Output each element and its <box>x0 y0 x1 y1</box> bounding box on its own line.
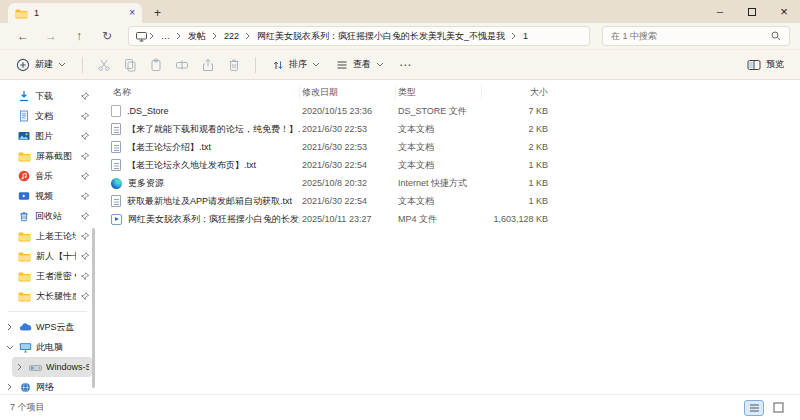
delete-button[interactable] <box>223 58 245 72</box>
restore-icon <box>748 8 756 16</box>
sidebar-item-recycle-bin[interactable]: 回收站 <box>5 206 92 226</box>
chevron-right-icon[interactable] <box>5 383 15 391</box>
cut-button[interactable] <box>93 58 115 72</box>
status-bar: 7 个项目 <box>0 394 800 420</box>
file-row[interactable]: 【来了就能下载和观看的论坛，纯免费！】.txt 2021/6/30 22:53 … <box>95 120 800 138</box>
tab-close-icon[interactable]: × <box>129 8 135 18</box>
music-icon <box>18 170 30 182</box>
file-date: 2021/6/30 22:54 <box>300 196 396 206</box>
large-icons-view-button[interactable] <box>768 400 788 416</box>
sidebar-item-downloads[interactable]: 下载 <box>5 86 92 106</box>
file-size: 1,603,128 KB <box>482 214 554 224</box>
minimize-button[interactable]: ─ <box>704 0 736 23</box>
breadcrumb-item-current[interactable]: 1 <box>518 31 533 41</box>
file-row[interactable]: 【老王论坛永久地址发布页】.txt 2021/6/30 22:54 文本文档 1… <box>95 156 800 174</box>
column-header-name[interactable]: 名称 <box>95 85 300 99</box>
breadcrumb[interactable]: … 发帖 222 网红美女脱衣系列：疯狂摇摆小白兔的长发美乳美女_不愧是我 1 <box>128 26 590 46</box>
search-placeholder: 在 1 中搜索 <box>611 30 771 43</box>
new-tab-button[interactable]: + <box>154 6 161 20</box>
sidebar-scrollbar[interactable] <box>92 228 95 388</box>
sort-button[interactable]: 排序 <box>266 54 326 75</box>
chevron-right-icon <box>212 31 218 42</box>
toolbar-divider <box>255 57 256 73</box>
folder-icon <box>18 151 31 162</box>
copy-button[interactable] <box>119 58 141 72</box>
back-button[interactable]: ← <box>10 30 36 42</box>
folder-icon <box>18 251 31 262</box>
file-explorer-window: 1 × + ─ × ← → ↑ ↻ … 发帖 222 网红美女脱衣系列：疯狂摇摆… <box>0 0 800 420</box>
file-row[interactable]: .DS_Store 2020/10/15 23:36 DS_STORE 文件 7… <box>95 102 800 120</box>
text-file-icon <box>111 123 121 135</box>
sidebar-item-pictures[interactable]: 图片 <box>5 126 92 146</box>
sidebar-item-label: 音乐 <box>35 170 76 183</box>
sidebar-item-label: 图片 <box>35 130 76 143</box>
breadcrumb-item[interactable]: 发帖 <box>183 30 211 43</box>
column-header-size[interactable]: 大小 <box>482 85 554 99</box>
sidebar-item-this-pc[interactable]: 此电脑 <box>2 337 92 357</box>
file-name: .DS_Store <box>127 106 169 116</box>
pin-icon <box>81 131 89 142</box>
sidebar-item-documents[interactable]: 文档 <box>5 106 92 126</box>
pin-icon <box>81 151 89 162</box>
chevron-right-icon[interactable] <box>5 323 15 331</box>
chevron-right-icon[interactable] <box>15 363 25 371</box>
file-size: 2 KB <box>482 142 554 152</box>
refresh-button[interactable]: ↻ <box>94 30 120 42</box>
search-box[interactable]: 在 1 中搜索 <box>602 26 790 46</box>
navigation-bar: ← → ↑ ↻ … 发帖 222 网红美女脱衣系列：疯狂摇摆小白兔的长发美乳美女… <box>0 23 800 49</box>
sidebar-item-windows-ssd[interactable]: Windows-SSD <box>12 357 92 377</box>
folder-icon <box>18 291 31 302</box>
document-icon <box>18 110 30 122</box>
sidebar-item-label: 此电脑 <box>36 341 63 354</box>
view-button[interactable]: 查看 <box>330 54 390 75</box>
more-button[interactable]: ⋯ <box>394 58 416 72</box>
breadcrumb-item[interactable]: 222 <box>219 31 244 41</box>
breadcrumb-ellipsis[interactable]: … <box>156 31 175 41</box>
file-row[interactable]: 【老王论坛介绍】.txt 2021/6/30 22:53 文本文档 2 KB <box>95 138 800 156</box>
restore-button[interactable] <box>736 0 768 23</box>
toolbar-divider <box>82 57 83 73</box>
sidebar-item-label: 大长腿性感辣 <box>36 290 76 303</box>
chevron-right-icon <box>245 31 251 42</box>
chevron-right-icon <box>149 31 155 42</box>
file-row[interactable]: 更多资源 2025/10/8 20:32 Internet 快捷方式 1 KB <box>95 174 800 192</box>
breadcrumb-item[interactable]: 网红美女脱衣系列：疯狂摇摆小白兔的长发美乳美女_不愧是我 <box>252 30 510 43</box>
drive-icon <box>29 363 42 372</box>
column-header-date[interactable]: 修改日期 <box>300 85 396 99</box>
sidebar-item-videos[interactable]: 视频 <box>5 186 92 206</box>
folder-icon <box>18 231 31 242</box>
file-row[interactable]: 网红美女脱衣系列：疯狂摇摆小白兔的长发美乳... 2025/10/11 23:2… <box>95 210 800 228</box>
pin-icon <box>81 191 89 202</box>
up-button[interactable]: ↑ <box>66 30 92 42</box>
sidebar-item-network[interactable]: 网络 <box>2 377 92 394</box>
preview-button[interactable]: 预览 <box>741 54 790 75</box>
chevron-down-icon[interactable] <box>5 344 15 351</box>
details-view-button[interactable] <box>744 400 764 416</box>
sidebar-item-folder-dachangtui[interactable]: 大长腿性感辣 <box>5 286 92 306</box>
paste-button[interactable] <box>145 58 167 72</box>
sidebar-divider <box>8 311 87 312</box>
sidebar-item-folder-wangzhe[interactable]: 王者泄密 ♥2 <box>5 266 92 286</box>
sidebar-item-label: 网络 <box>36 381 54 394</box>
rename-button[interactable] <box>171 58 193 72</box>
chevron-down-icon <box>312 61 320 68</box>
chevron-right-icon <box>176 31 182 42</box>
text-file-icon <box>111 159 121 171</box>
sidebar-item-wps-cloud[interactable]: WPS云盘 <box>2 317 92 337</box>
new-button[interactable]: 新建 <box>10 54 72 76</box>
cloud-icon <box>19 322 32 332</box>
share-button[interactable] <box>197 58 219 72</box>
sidebar-item-music[interactable]: 音乐 <box>5 166 92 186</box>
file-row[interactable]: 获取最新地址及APP请发邮箱自动获取.txt 2021/6/30 22:54 文… <box>95 192 800 210</box>
file-type: DS_STORE 文件 <box>396 105 482 118</box>
pictures-icon <box>18 130 30 142</box>
explorer-tab[interactable]: 1 × <box>8 3 142 23</box>
close-button[interactable]: × <box>768 0 800 23</box>
file-icon <box>111 105 121 117</box>
sidebar-item-screenshots[interactable]: 屏幕截图 <box>5 146 92 166</box>
sidebar-item-folder-xinren[interactable]: 新人【十七岁 <box>5 246 92 266</box>
forward-button[interactable]: → <box>38 30 64 42</box>
column-header-type[interactable]: 类型 <box>396 85 482 99</box>
file-type: 文本文档 <box>396 123 482 136</box>
sidebar-item-folder-laowang[interactable]: 上老王论坛当 <box>5 226 92 246</box>
